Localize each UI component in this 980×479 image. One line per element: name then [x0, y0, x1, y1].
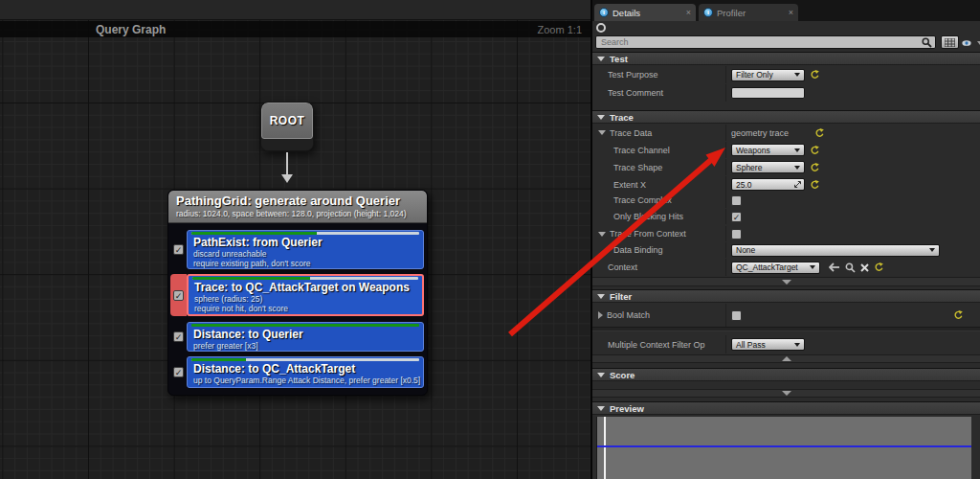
test-body[interactable]: Trace: to QC_AttackTarget on Weapons sph… [187, 274, 424, 316]
property-label: Test Comment [592, 84, 726, 102]
row-context: Context QC_AttackTarget [592, 259, 980, 276]
trace-shape-dropdown[interactable]: Sphere [731, 161, 805, 173]
test-enabled-checkbox[interactable]: ✓ [170, 322, 187, 352]
test-body[interactable]: Distance: to QC_AttackTarget up to Query… [187, 356, 424, 388]
test-title: PathExist: from Querier [193, 236, 417, 249]
reset-to-default-icon[interactable] [814, 128, 824, 138]
chevron-down-icon [810, 265, 815, 269]
test-body[interactable]: PathExist: from Querier discard unreacha… [187, 230, 424, 269]
test-row-trace-selected[interactable]: ✓ Trace: to QC_AttackTarget on Weapons s… [170, 274, 424, 316]
reset-to-default-icon[interactable] [810, 70, 819, 80]
profiler-tab-icon: i [703, 8, 713, 17]
row-bool-match: Bool Match [592, 304, 980, 327]
view-options-button[interactable] [962, 36, 980, 49]
section-header-test[interactable]: Test [592, 52, 980, 65]
grid-view-button[interactable] [941, 35, 959, 49]
trace-data-value: geometry trace [731, 128, 789, 138]
query-graph-canvas[interactable]: Query Graph Zoom 1:1 ROOT PathingGrid: g… [0, 0, 590, 479]
tab-close-icon[interactable]: × [686, 9, 691, 17]
property-label: Bool Match [592, 304, 726, 327]
test-enabled-checkbox[interactable]: ✓ [170, 274, 187, 316]
reset-to-default-icon[interactable] [953, 310, 963, 320]
trace-complex-checkbox[interactable] [731, 195, 742, 206]
test-body[interactable]: Distance: to Querier prefer greater [x3] [187, 322, 424, 352]
dropdown-value: Sphere [736, 163, 762, 172]
chevron-down-icon [782, 391, 791, 396]
trace-from-context-checkbox[interactable] [731, 229, 742, 240]
reset-to-default-icon[interactable] [810, 146, 819, 155]
reset-to-default-icon[interactable] [810, 163, 819, 172]
multiple-context-filter-op-dropdown[interactable]: All Pass [731, 338, 805, 351]
checkbox-check-icon: ✓ [173, 290, 184, 301]
bool-match-checkbox[interactable] [731, 310, 742, 321]
root-node-output-pin[interactable] [261, 139, 313, 150]
property-label: Trace Shape [592, 159, 726, 175]
tab-profiler[interactable]: i Profiler × [699, 4, 798, 21]
collapse-triangle-icon [597, 115, 605, 120]
extent-x-input[interactable]: 25.0 [731, 178, 805, 191]
eqs-editor-window: Query Graph Zoom 1:1 ROOT PathingGrid: g… [0, 0, 980, 479]
property-label: Trace From Context [592, 226, 726, 241]
pathinggrid-node[interactable]: PathingGrid: generate around Querier rad… [167, 190, 428, 396]
reset-to-default-icon[interactable] [874, 262, 883, 272]
property-label: Trace Channel [592, 142, 726, 158]
checkbox-check-icon: ✓ [173, 367, 184, 377]
pathinggrid-node-header[interactable]: PathingGrid: generate around Querier rad… [168, 191, 427, 223]
collapse-triangle-icon [597, 373, 605, 377]
section-header-score[interactable]: Score [592, 368, 980, 381]
test-detail-line: require existing path, don't score [193, 259, 417, 268]
test-row-distance-querier[interactable]: ✓ Distance: to Querier prefer greater [x… [170, 322, 424, 352]
test-enabled-checkbox[interactable]: ✓ [170, 230, 187, 269]
graph-toolbar [0, 0, 590, 20]
test-comment-input[interactable] [731, 87, 805, 99]
row-test-purpose: Test Purpose Filter Only [592, 66, 980, 83]
pathinggrid-node-subtitle: radius: 1024.0, space between: 128.0, pr… [176, 209, 419, 218]
expand-advanced-button[interactable] [592, 389, 980, 398]
test-title: Distance: to QC_AttackTarget [193, 362, 417, 376]
test-row-pathexist[interactable]: ✓ PathExist: from Querier discard unreac… [170, 230, 424, 269]
details-panel: i Details × i Profiler × [592, 0, 980, 479]
test-detail-line: discard unreachable [193, 249, 417, 259]
only-blocking-hits-checkbox[interactable]: ✓ [731, 212, 742, 222]
lock-icon[interactable] [596, 23, 606, 33]
collapse-triangle-right-icon[interactable] [598, 311, 603, 319]
tab-close-icon[interactable]: × [789, 9, 793, 17]
test-purpose-dropdown[interactable]: Filter Only [731, 69, 805, 81]
section-header-preview[interactable]: Preview [592, 401, 980, 415]
details-tab-icon: i [599, 8, 609, 17]
search-input[interactable] [595, 35, 936, 49]
chevron-down-icon [794, 73, 800, 77]
property-label: Context [592, 259, 726, 276]
search-icon [922, 37, 932, 48]
drag-resize-icon [794, 181, 801, 188]
section-header-trace[interactable]: Trace [592, 110, 980, 124]
property-label: Data Binding [592, 242, 726, 258]
browse-to-icon[interactable] [845, 262, 856, 273]
expand-advanced-button[interactable] [592, 277, 980, 286]
root-node[interactable]: ROOT [260, 102, 314, 151]
data-binding-dropdown[interactable]: None [731, 244, 940, 257]
dropdown-value: Filter Only [736, 70, 773, 80]
property-label: Extent X [592, 176, 726, 193]
collapse-triangle-icon [597, 57, 605, 61]
collapse-triangle-icon [597, 294, 605, 299]
preview-axis-line [604, 417, 606, 479]
test-detail-line: sphere (radius: 25) [194, 294, 416, 304]
chevron-down-icon [929, 248, 935, 252]
eye-icon [962, 38, 971, 48]
collapse-advanced-button[interactable] [592, 354, 980, 363]
trace-channel-dropdown[interactable]: Weapons [731, 144, 805, 156]
collapse-triangle-icon[interactable] [598, 130, 606, 135]
section-header-filter[interactable]: Filter [592, 289, 980, 303]
context-dropdown[interactable]: QC_AttackTarget [731, 262, 820, 274]
test-enabled-checkbox[interactable]: ✓ [170, 356, 187, 388]
use-selected-icon[interactable] [829, 262, 840, 272]
tab-details[interactable]: i Details × [594, 4, 696, 21]
test-row-distance-attacktarget[interactable]: ✓ Distance: to QC_AttackTarget up to Que… [170, 356, 424, 388]
clear-icon[interactable] [860, 263, 869, 272]
collapse-triangle-icon [597, 406, 605, 411]
reset-to-default-icon[interactable] [810, 180, 819, 190]
collapse-triangle-icon[interactable] [598, 232, 606, 237]
root-node-label: ROOT [270, 114, 305, 127]
section-title: Score [610, 370, 635, 380]
